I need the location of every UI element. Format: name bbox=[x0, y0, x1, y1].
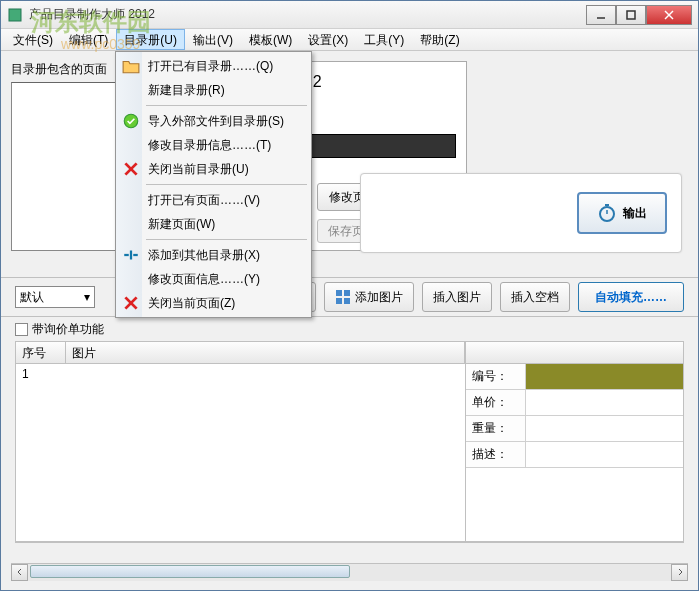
svg-rect-8 bbox=[124, 254, 129, 256]
table-header-seq[interactable]: 序号 bbox=[16, 342, 66, 363]
svg-rect-18 bbox=[336, 298, 342, 304]
horizontal-scrollbar[interactable] bbox=[11, 563, 688, 580]
data-table: 序号 图片 1 编号： 单价： bbox=[15, 341, 684, 542]
close-red-icon bbox=[122, 160, 140, 178]
import-icon bbox=[122, 112, 140, 130]
svg-rect-0 bbox=[9, 9, 21, 21]
add-image-button[interactable]: 添加图片 bbox=[324, 282, 414, 312]
menu-help[interactable]: 帮助(Z) bbox=[412, 29, 467, 50]
menubar: 文件(S) 编辑(T) 目录册(U) 输出(V) 模板(W) 设置(X) 工具(… bbox=[1, 29, 698, 51]
menu-modify-page[interactable]: 修改页面信息……(Y) bbox=[118, 267, 309, 291]
svg-rect-10 bbox=[130, 251, 132, 260]
detail-price-value[interactable] bbox=[526, 390, 683, 415]
add-blue-icon bbox=[122, 246, 140, 264]
close-red-icon bbox=[122, 294, 140, 312]
menu-import-file[interactable]: 导入外部文件到目录册(S) bbox=[118, 109, 309, 133]
svg-rect-2 bbox=[627, 11, 635, 19]
menu-add-to-other[interactable]: 添加到其他目录册(X) bbox=[118, 243, 309, 267]
svg-rect-16 bbox=[336, 290, 342, 296]
sidebar-pages-list[interactable] bbox=[11, 82, 131, 251]
menu-edit[interactable]: 编辑(T) bbox=[61, 29, 116, 50]
toolbar: 默认 ▾ 导入文件夹 添加图片 插入图片 插入空档 自动填充…… bbox=[1, 277, 698, 317]
insert-image-button[interactable]: 插入图片 bbox=[422, 282, 492, 312]
stopwatch-icon bbox=[597, 203, 617, 223]
scroll-right-button[interactable] bbox=[671, 564, 688, 581]
menu-separator bbox=[146, 184, 307, 185]
window-titlebar: 产品目录制作大师 2012 bbox=[1, 1, 698, 29]
scroll-thumb[interactable] bbox=[30, 565, 350, 578]
catalog-dropdown-menu: 打开已有目录册……(Q) 新建目录册(R) 导入外部文件到目录册(S) 修改目录… bbox=[115, 51, 312, 318]
svg-rect-9 bbox=[133, 254, 138, 256]
menu-output[interactable]: 输出(V) bbox=[185, 29, 241, 50]
detail-row-id[interactable]: 编号： bbox=[466, 364, 683, 390]
auto-fill-button[interactable]: 自动填充…… bbox=[578, 282, 684, 312]
grid-icon bbox=[335, 289, 351, 305]
menu-open-page[interactable]: 打开已有页面……(V) bbox=[118, 188, 309, 212]
inquiry-checkbox[interactable] bbox=[15, 323, 28, 336]
table-header-image[interactable]: 图片 bbox=[66, 342, 465, 363]
menu-close-page[interactable]: 关闭当前页面(Z) bbox=[118, 291, 309, 315]
detail-row-price[interactable]: 单价： bbox=[466, 390, 683, 416]
detail-row-desc[interactable]: 描述： bbox=[466, 442, 683, 468]
scroll-track[interactable] bbox=[28, 564, 671, 581]
insert-blank-button[interactable]: 插入空档 bbox=[500, 282, 570, 312]
menu-modify-catalog[interactable]: 修改目录册信息……(T) bbox=[118, 133, 309, 157]
menu-tools[interactable]: 工具(Y) bbox=[356, 29, 412, 50]
output-button[interactable]: 输出 bbox=[577, 192, 667, 234]
close-button[interactable] bbox=[646, 5, 692, 25]
table-row[interactable]: 1 bbox=[16, 364, 465, 384]
menu-new-catalog[interactable]: 新建目录册(R) bbox=[118, 78, 309, 102]
maximize-button[interactable] bbox=[616, 5, 646, 25]
menu-settings[interactable]: 设置(X) bbox=[300, 29, 356, 50]
svg-rect-14 bbox=[605, 204, 609, 206]
toolbar-style-dropdown[interactable]: 默认 ▾ bbox=[15, 286, 95, 308]
menu-template[interactable]: 模板(W) bbox=[241, 29, 300, 50]
detail-weight-value[interactable] bbox=[526, 416, 683, 441]
minimize-button[interactable] bbox=[586, 5, 616, 25]
menu-separator bbox=[146, 239, 307, 240]
svg-rect-19 bbox=[344, 298, 350, 304]
sidebar-pages-label: 目录册包含的页面 bbox=[11, 61, 131, 78]
chevron-down-icon: ▾ bbox=[84, 290, 90, 304]
output-panel: 输出 bbox=[360, 173, 682, 253]
menu-separator bbox=[146, 105, 307, 106]
menu-open-catalog[interactable]: 打开已有目录册……(Q) bbox=[118, 54, 309, 78]
menu-close-catalog[interactable]: 关闭当前目录册(U) bbox=[118, 157, 309, 181]
detail-desc-value[interactable] bbox=[526, 442, 683, 467]
menu-catalog[interactable]: 目录册(U) bbox=[116, 29, 185, 50]
svg-rect-17 bbox=[344, 290, 350, 296]
inquiry-label: 带询价单功能 bbox=[32, 321, 104, 338]
menu-new-page[interactable]: 新建页面(W) bbox=[118, 212, 309, 236]
window-title: 产品目录制作大师 2012 bbox=[29, 6, 586, 23]
app-icon bbox=[7, 7, 23, 23]
folder-open-icon bbox=[122, 57, 140, 75]
scroll-left-button[interactable] bbox=[11, 564, 28, 581]
detail-id-value[interactable] bbox=[526, 364, 683, 389]
detail-row-weight[interactable]: 重量： bbox=[466, 416, 683, 442]
menu-file[interactable]: 文件(S) bbox=[5, 29, 61, 50]
